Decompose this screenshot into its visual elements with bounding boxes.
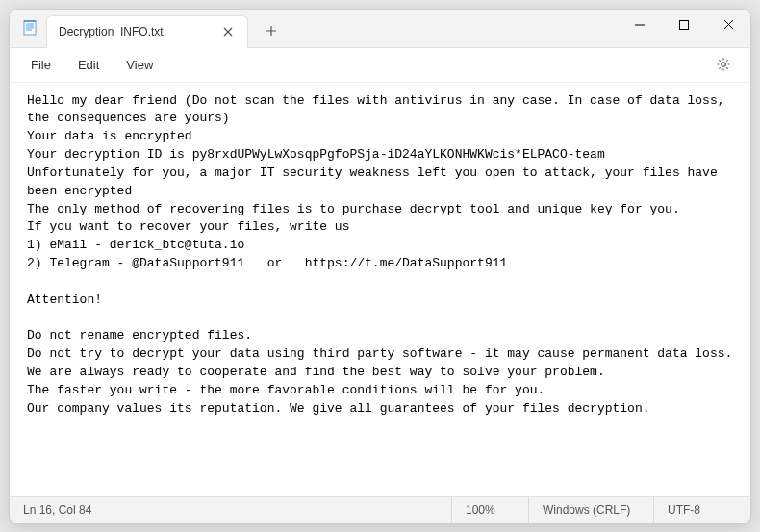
notepad-icon [21,19,38,37]
menu-file[interactable]: File [17,52,64,78]
svg-rect-5 [24,20,36,22]
status-encoding: UTF-8 [654,497,750,523]
status-cursor-position: Ln 16, Col 84 [10,497,452,523]
svg-rect-11 [680,20,689,29]
statusbar: Ln 16, Col 84 100% Windows (CRLF) UTF-8 [10,496,750,523]
maximize-button[interactable] [662,10,706,40]
menubar: File Edit View [10,48,750,83]
settings-button[interactable] [710,51,737,78]
menu-view[interactable]: View [113,52,166,78]
close-button[interactable] [706,10,750,40]
notepad-window: Decryption_INFO.txt File Edit View [9,9,751,524]
tab-active[interactable]: Decryption_INFO.txt [46,15,248,48]
menu-edit[interactable]: Edit [64,52,113,78]
minimize-button[interactable] [618,10,662,40]
window-controls [618,10,750,48]
new-tab-button[interactable] [256,15,287,46]
text-area[interactable]: Hello my dear friend (Do not scan the fi… [10,83,750,496]
close-tab-icon[interactable] [220,24,236,39]
svg-point-14 [722,63,725,66]
titlebar: Decryption_INFO.txt [10,10,750,48]
status-line-ending: Windows (CRLF) [529,497,654,523]
tab-title: Decryption_INFO.txt [59,25,220,38]
status-zoom[interactable]: 100% [452,497,529,523]
